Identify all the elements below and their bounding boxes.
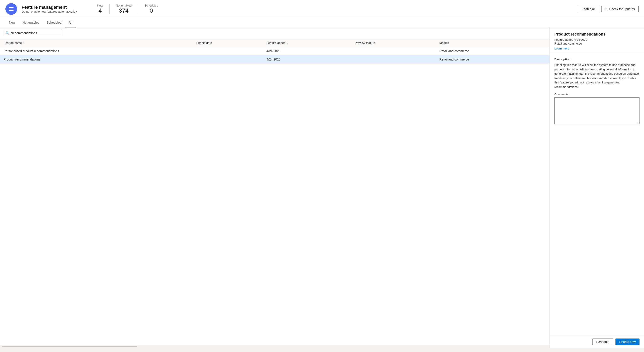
detail-footer: Schedule Enable now — [550, 335, 644, 348]
stat-not-enabled: Not enabled 374 — [110, 4, 138, 14]
cell-enable-date — [193, 47, 263, 55]
stat-new-label: New — [97, 4, 103, 7]
col-feature-added[interactable]: Feature added ↓ — [263, 39, 351, 47]
search-icon: 🔍 — [6, 31, 10, 35]
enable-all-button[interactable]: Enable all — [578, 6, 599, 12]
enable-all-label: Enable all — [582, 7, 596, 11]
enable-now-button[interactable]: Enable now — [616, 338, 640, 345]
cell-preview — [351, 47, 436, 55]
schedule-button[interactable]: Schedule — [592, 338, 613, 345]
check-updates-label: Check for updates — [609, 7, 635, 11]
cell-feature-added: 4/24/2020 — [263, 55, 351, 64]
subtitle-dropdown[interactable]: Do not enable new features automatically… — [22, 10, 77, 13]
col-module[interactable]: Module — [436, 39, 550, 47]
detail-header: Product recommendations Feature added 4/… — [550, 28, 644, 54]
feature-table-container: Feature name ↑ Enable date Feature added… — [0, 39, 550, 345]
logo-icon — [8, 6, 14, 12]
comments-textarea[interactable] — [554, 97, 640, 124]
main-content: 🔍 Feature name ↑ Enable date — [0, 28, 644, 348]
detail-module: Retail and commerce — [554, 42, 640, 45]
tab-all[interactable]: All — [65, 18, 76, 28]
stat-scheduled-label: Scheduled — [144, 4, 158, 7]
app-logo — [6, 3, 17, 15]
scrollbar-track — [2, 346, 137, 347]
svg-rect-1 — [9, 9, 14, 9]
tab-new[interactable]: New — [6, 18, 19, 28]
table-row[interactable]: Personalized product recommendations 4/2… — [0, 47, 550, 55]
tabs-bar: New Not enabled Scheduled All — [0, 18, 644, 28]
description-label: Description — [554, 58, 640, 61]
refresh-icon: ↻ — [605, 7, 608, 11]
svg-rect-0 — [9, 7, 14, 8]
cell-enable-date — [193, 55, 263, 64]
search-bar: 🔍 — [0, 28, 550, 39]
check-updates-button[interactable]: ↻ Check for updates — [601, 6, 638, 12]
stat-not-enabled-value: 374 — [116, 7, 132, 14]
left-panel: 🔍 Feature name ↑ Enable date — [0, 28, 550, 348]
table-header-row: Feature name ↑ Enable date Feature added… — [0, 39, 550, 47]
horizontal-scrollbar[interactable] — [0, 345, 550, 348]
feature-table: Feature name ↑ Enable date Feature added… — [0, 39, 550, 64]
table-row[interactable]: Product recommendations 4/24/2020 Retail… — [0, 55, 550, 64]
page-header: Feature management Do not enable new fea… — [0, 0, 644, 18]
cell-feature-name: Product recommendations — [0, 55, 193, 64]
search-wrapper[interactable]: 🔍 — [4, 30, 62, 36]
stat-scheduled: Scheduled 0 — [138, 4, 164, 14]
subtitle-text: Do not enable new features automatically — [22, 10, 75, 13]
stat-not-enabled-label: Not enabled — [116, 4, 132, 7]
cell-preview — [351, 55, 436, 64]
detail-body: Description Enabling this feature will a… — [550, 54, 644, 335]
detail-title: Product recommendations — [554, 32, 640, 37]
stat-new-value: 4 — [97, 7, 103, 14]
tab-scheduled[interactable]: Scheduled — [43, 18, 65, 28]
cell-module: Retail and commerce — [436, 47, 550, 55]
learn-more-link[interactable]: Learn more — [554, 47, 569, 50]
header-actions: Enable all ↻ Check for updates — [578, 6, 638, 12]
detail-date: Feature added 4/24/2020 — [554, 38, 640, 41]
col-feature-name[interactable]: Feature name ↑ — [0, 39, 193, 47]
cell-feature-name: Personalized product recommendations — [0, 47, 193, 55]
comments-label: Comments — [554, 93, 640, 96]
search-input[interactable] — [11, 31, 60, 35]
page-title: Feature management — [22, 5, 77, 10]
svg-rect-2 — [9, 10, 14, 11]
title-block: Feature management Do not enable new fea… — [22, 5, 77, 13]
stat-new: New 4 — [91, 4, 110, 14]
stat-scheduled-value: 0 — [144, 7, 158, 14]
chevron-down-icon: ▾ — [76, 10, 77, 13]
stats-bar: New 4 Not enabled 374 Scheduled 0 — [91, 4, 164, 14]
col-enable-date[interactable]: Enable date — [193, 39, 263, 47]
sort-icon-added: ↓ — [287, 42, 288, 44]
sort-icon-name: ↑ — [23, 42, 24, 44]
tab-not-enabled[interactable]: Not enabled — [19, 18, 43, 28]
right-panel: Product recommendations Feature added 4/… — [550, 28, 644, 348]
cell-module: Retail and commerce — [436, 55, 550, 64]
cell-feature-added: 4/24/2020 — [263, 47, 351, 55]
description-text: Enabling this feature will allow the sys… — [554, 63, 640, 89]
col-preview[interactable]: Preview feature — [351, 39, 436, 47]
